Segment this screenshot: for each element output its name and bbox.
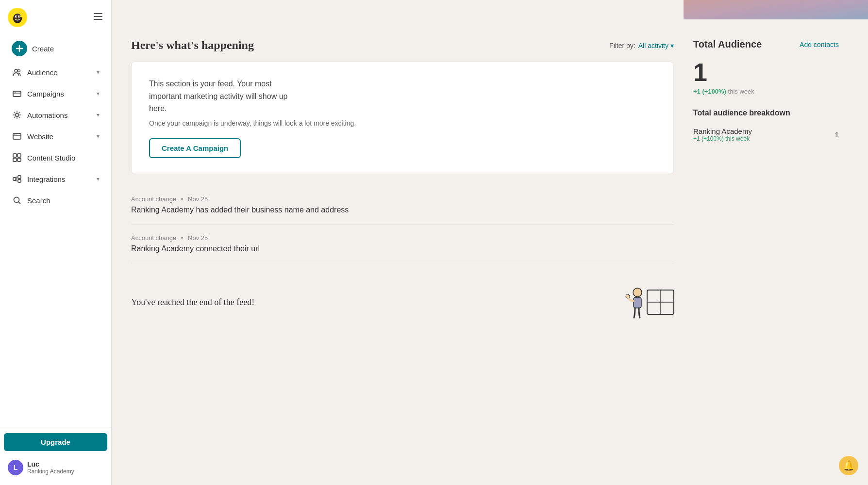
campaigns-chevron-icon: ▾: [97, 90, 100, 97]
breakdown-sub: +1 (+100%) this week: [693, 135, 752, 142]
content-wrapper: Here's what's happening Filter by: All a…: [112, 19, 868, 351]
breakdown-item-0: Ranking Academy +1 (+100%) this week 1: [693, 123, 839, 146]
integrations-icon: [12, 174, 22, 184]
top-banner-image: [684, 0, 868, 19]
svg-point-17: [14, 134, 15, 135]
audience-icon: [12, 67, 22, 78]
feed-title: Here's what's happening: [131, 39, 254, 52]
campaign-card-line1: This section is your feed. Your most imp…: [149, 78, 656, 115]
sidebar-toggle-icon[interactable]: [93, 11, 103, 24]
sidebar-item-campaigns-label: Campaigns: [27, 90, 64, 98]
integrations-chevron-icon: ▾: [97, 176, 100, 182]
upgrade-button[interactable]: Upgrade: [4, 433, 107, 451]
sidebar: Create Audience ▾: [0, 0, 112, 485]
website-icon: [12, 131, 22, 142]
svg-point-5: [16, 16, 17, 17]
breakdown-item-info: Ranking Academy +1 (+100%) this week: [693, 127, 752, 142]
audience-header: Total Audience Add contacts: [693, 39, 839, 50]
svg-rect-20: [17, 154, 21, 157]
user-section[interactable]: L Luc Ranking Academy: [4, 456, 107, 479]
breakdown-title: Total audience breakdown: [693, 109, 839, 117]
audience-count: 1: [693, 60, 839, 85]
sidebar-item-search-label: Search: [27, 196, 50, 205]
automations-chevron-icon: ▾: [97, 112, 100, 118]
sidebar-item-automations[interactable]: Automations ▾: [4, 105, 107, 125]
sidebar-nav: Create Audience ▾: [0, 31, 111, 427]
end-illustration: [625, 283, 674, 322]
feed-section: Here's what's happening Filter by: All a…: [131, 39, 674, 331]
sidebar-item-content-studio-label: Content Studio: [27, 154, 75, 162]
sidebar-item-audience-label: Audience: [27, 68, 58, 77]
svg-point-14: [15, 92, 16, 93]
breakdown-name: Ranking Academy: [693, 127, 752, 135]
svg-point-11: [15, 69, 17, 72]
top-banner: [112, 0, 868, 19]
avatar: L: [8, 460, 23, 475]
automations-icon: [12, 110, 22, 120]
audience-growth: +1 (+100%) this week: [693, 88, 839, 95]
campaign-card-subtext: Once your campaign is underway, things w…: [149, 118, 656, 129]
end-of-feed-text: You've reached the end of the feed!: [131, 297, 254, 307]
filter-label: Filter by:: [609, 42, 635, 49]
user-info: Luc Ranking Academy: [27, 460, 74, 475]
create-campaign-button[interactable]: Create A Campaign: [149, 138, 241, 158]
svg-rect-24: [18, 176, 21, 178]
activity-item-1: Account change • Nov 25 Ranking Academy …: [131, 225, 674, 263]
svg-rect-25: [18, 179, 21, 182]
filter-value[interactable]: All activity ▾: [638, 42, 674, 49]
breakdown-count: 1: [835, 130, 839, 139]
sidebar-item-integrations-label: Integrations: [27, 175, 65, 183]
campaign-empty-card: This section is your feed. Your most imp…: [131, 62, 674, 174]
svg-point-15: [16, 113, 18, 116]
sidebar-item-create[interactable]: Create: [4, 36, 107, 61]
activity-text-1: Ranking Academy connected their url: [131, 244, 674, 253]
svg-point-31: [633, 288, 642, 297]
sidebar-item-website[interactable]: Website ▾: [4, 126, 107, 146]
mailchimp-logo: [8, 8, 27, 27]
content-studio-icon: [12, 152, 22, 163]
activity-meta-0: Account change • Nov 25: [131, 195, 674, 203]
right-panel: Total Audience Add contacts 1 +1 (+100%)…: [693, 39, 839, 331]
audience-title: Total Audience: [693, 39, 762, 50]
sidebar-header: [0, 0, 111, 31]
feed-header: Here's what's happening Filter by: All a…: [131, 39, 674, 52]
svg-rect-10: [94, 19, 102, 20]
activity-item-0: Account change • Nov 25 Ranking Academy …: [131, 186, 674, 225]
svg-point-12: [18, 70, 20, 72]
sidebar-item-campaigns[interactable]: Campaigns ▾: [4, 83, 107, 104]
sidebar-item-website-label: Website: [27, 132, 53, 141]
audience-chevron-icon: ▾: [97, 69, 100, 76]
svg-rect-22: [17, 158, 21, 162]
activity-meta-1: Account change • Nov 25: [131, 234, 674, 242]
svg-rect-9: [94, 16, 102, 17]
svg-rect-8: [94, 13, 102, 14]
svg-point-18: [16, 134, 17, 135]
sidebar-item-integrations[interactable]: Integrations ▾: [4, 169, 107, 189]
sidebar-item-audience[interactable]: Audience ▾: [4, 62, 107, 82]
sidebar-item-automations-label: Automations: [27, 111, 67, 119]
campaigns-icon: [12, 88, 22, 99]
svg-rect-13: [13, 91, 21, 97]
sidebar-item-create-label: Create: [32, 45, 54, 53]
create-icon: [12, 41, 27, 56]
sidebar-bottom: Upgrade L Luc Ranking Academy: [0, 427, 111, 485]
svg-rect-19: [13, 154, 17, 157]
sidebar-item-search[interactable]: Search: [4, 190, 107, 210]
svg-point-6: [19, 16, 20, 17]
filter-section: Filter by: All activity ▾: [609, 42, 674, 49]
svg-point-2: [14, 14, 21, 22]
add-contacts-link[interactable]: Add contacts: [800, 41, 839, 48]
svg-point-33: [626, 294, 630, 298]
notification-bell[interactable]: 🔔: [839, 456, 858, 475]
website-chevron-icon: ▾: [97, 133, 100, 140]
search-icon: [12, 195, 22, 206]
main-content: Here's what's happening Filter by: All a…: [112, 0, 868, 485]
activity-text-0: Ranking Academy has added their business…: [131, 206, 674, 214]
svg-rect-27: [684, 0, 868, 19]
sidebar-item-content-studio[interactable]: Content Studio: [4, 147, 107, 168]
svg-rect-21: [13, 158, 17, 162]
filter-chevron-icon: ▾: [670, 42, 674, 49]
user-name: Luc: [27, 460, 74, 468]
end-of-feed: You've reached the end of the feed!: [131, 263, 674, 331]
svg-rect-32: [634, 297, 641, 308]
